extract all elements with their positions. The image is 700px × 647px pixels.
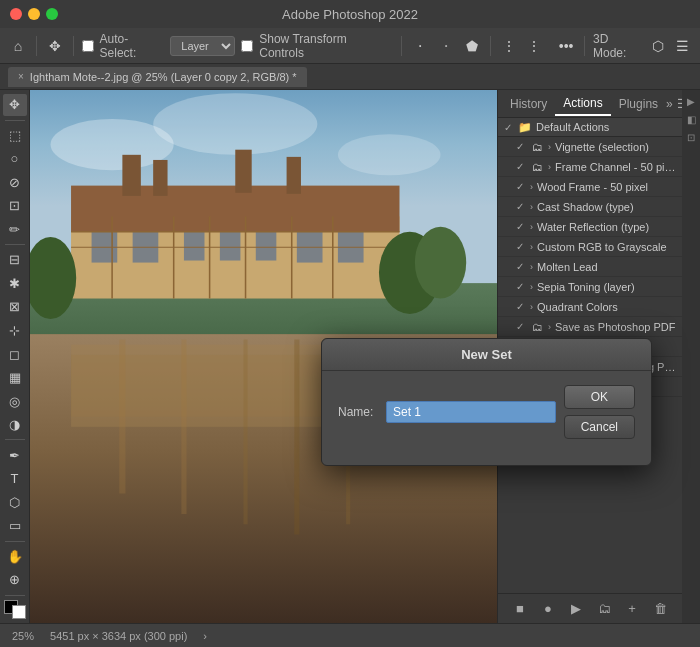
tool-hand[interactable]: ✋ (3, 546, 27, 568)
action-check[interactable]: ✓ (514, 301, 526, 313)
minimize-button[interactable] (28, 8, 40, 20)
tool-eraser[interactable]: ◻ (3, 343, 27, 365)
tool-stamp[interactable]: ⊠ (3, 296, 27, 318)
record-btn[interactable]: ● (538, 599, 558, 619)
delete-btn[interactable]: 🗑 (650, 599, 670, 619)
tool-crop[interactable]: ⊡ (3, 195, 27, 217)
action-check[interactable]: ✓ (514, 161, 526, 173)
action-chevron: › (530, 202, 533, 212)
action-item[interactable]: ✓ › Sepia Toning (layer) (498, 277, 682, 297)
action-check[interactable]: ✓ (514, 321, 526, 333)
action-check[interactable]: ✓ (514, 201, 526, 213)
tool-move[interactable]: ✥ (3, 94, 27, 116)
action-item[interactable]: ✓ › Cast Shadow (type) (498, 197, 682, 217)
tool-zoom[interactable]: ⊕ (3, 569, 27, 591)
tool-blur[interactable]: ◎ (3, 390, 27, 412)
distribute2-icon[interactable]: ⋮ (524, 36, 544, 56)
action-chevron: › (548, 142, 551, 152)
traffic-lights (10, 8, 58, 20)
action-item[interactable]: ✓ › Quadrant Colors (498, 297, 682, 317)
action-item[interactable]: ✓ 🗂 › Frame Channel - 50 pixel (498, 157, 682, 177)
close-button[interactable] (10, 8, 22, 20)
action-item[interactable]: ✓ 🗂 › Vignette (selection) (498, 137, 682, 157)
action-chevron: › (530, 282, 533, 292)
distribute-icon[interactable]: ⋮ (499, 36, 519, 56)
new-set-dialog[interactable]: New Set Name: OK Cancel (321, 338, 652, 466)
actions-group-header[interactable]: ✓ 📁 Default Actions (498, 118, 682, 137)
move-tool-icon[interactable]: ✥ (45, 36, 65, 56)
modal-name-input[interactable] (386, 401, 556, 423)
action-item[interactable]: ✓ › Water Reflection (type) (498, 217, 682, 237)
app-title: Adobe Photoshop 2022 (282, 7, 418, 22)
tool-shape[interactable]: ▭ (3, 515, 27, 537)
edge-collapse-icon[interactable]: ▶ (684, 94, 698, 108)
action-item[interactable]: ✓ 🗂 › Save as Photoshop PDF (498, 317, 682, 337)
tab-close-icon[interactable]: × (18, 71, 24, 82)
tool-dodge[interactable]: ◑ (3, 414, 27, 436)
new-action-btn[interactable]: + (622, 599, 642, 619)
tool-pen[interactable]: ✒ (3, 444, 27, 466)
action-check[interactable]: ✓ (514, 281, 526, 293)
more-icon[interactable]: ••• (556, 36, 576, 56)
stop-btn[interactable]: ■ (510, 599, 530, 619)
tool-marquee[interactable]: ⬚ (3, 125, 27, 147)
toolbar-sep-4 (490, 36, 491, 56)
tool-heal[interactable]: ⊟ (3, 249, 27, 271)
modal-ok-button[interactable]: OK (564, 385, 635, 409)
modal-title: New Set (322, 339, 651, 371)
tool-brush[interactable]: ✱ (3, 273, 27, 295)
home-icon[interactable]: ⌂ (8, 36, 28, 56)
action-label: Custom RGB to Grayscale (537, 241, 678, 253)
tool-lasso[interactable]: ○ (3, 148, 27, 170)
transform-checkbox[interactable] (241, 40, 253, 52)
edge-tool1-icon[interactable]: ◧ (684, 112, 698, 126)
left-toolbar: ✥ ⬚ ○ ⊘ ⊡ ✏ ⊟ ✱ ⊠ ⊹ ◻ ▦ ◎ ◑ ✒ T ⬡ ▭ ✋ ⊕ (0, 90, 30, 623)
align-left-icon[interactable]: ⬝ (410, 36, 430, 56)
tool-sep-5 (5, 595, 25, 596)
3d-icon[interactable]: ⬡ (648, 36, 668, 56)
svg-rect-10 (287, 157, 301, 194)
tool-wand[interactable]: ⊘ (3, 172, 27, 194)
action-check[interactable]: ✓ (514, 241, 526, 253)
svg-rect-7 (122, 155, 140, 196)
3d-mode-label: 3D Mode: (593, 32, 644, 60)
tool-sep-4 (5, 541, 25, 542)
action-item[interactable]: ✓ › Custom RGB to Grayscale (498, 237, 682, 257)
auto-select-dropdown[interactable]: Layer Group (170, 36, 235, 56)
modal-cancel-button[interactable]: Cancel (564, 415, 635, 439)
action-label: Water Reflection (type) (537, 221, 678, 233)
tab-history[interactable]: History (502, 93, 555, 115)
tab-actions[interactable]: Actions (555, 92, 610, 116)
auto-select-checkbox[interactable] (82, 40, 94, 52)
action-check[interactable]: ✓ (514, 181, 526, 193)
action-label: Save as Photoshop PDF (555, 321, 678, 333)
tab-plugins[interactable]: Plugins (611, 93, 666, 115)
expand-panels-icon[interactable]: » (666, 97, 673, 111)
document-tab[interactable]: × Ightham Mote--2.jpg @ 25% (Layer 0 cop… (8, 67, 307, 87)
workspace-icon[interactable]: ☰ (672, 36, 692, 56)
play-btn[interactable]: ▶ (566, 599, 586, 619)
tool-gradient[interactable]: ▦ (3, 367, 27, 389)
action-item[interactable]: ✓ › Wood Frame - 50 pixel (498, 177, 682, 197)
title-bar: Adobe Photoshop 2022 (0, 0, 700, 28)
group-check[interactable]: ✓ (502, 121, 514, 133)
action-check[interactable]: ✓ (514, 221, 526, 233)
action-item[interactable]: ✓ › Molten Lead (498, 257, 682, 277)
action-check[interactable]: ✓ (514, 141, 526, 153)
nav-arrow[interactable]: › (203, 630, 207, 642)
align-center-icon[interactable]: ⬞ (436, 36, 456, 56)
new-set-btn[interactable]: 🗂 (594, 599, 614, 619)
maximize-button[interactable] (46, 8, 58, 20)
color-swatch[interactable] (4, 600, 26, 620)
tool-eyedropper[interactable]: ✏ (3, 219, 27, 241)
edge-tool2-icon[interactable]: ⊡ (684, 130, 698, 144)
align-right-icon[interactable]: ⬟ (462, 36, 482, 56)
tool-path[interactable]: ⬡ (3, 491, 27, 513)
tool-type[interactable]: T (3, 468, 27, 490)
background-color[interactable] (12, 605, 26, 619)
action-folder-icon: 🗂 (530, 141, 544, 153)
svg-rect-8 (153, 160, 167, 196)
right-edge: ▶ ◧ ⊡ (682, 90, 700, 623)
tool-history[interactable]: ⊹ (3, 320, 27, 342)
action-check[interactable]: ✓ (514, 261, 526, 273)
